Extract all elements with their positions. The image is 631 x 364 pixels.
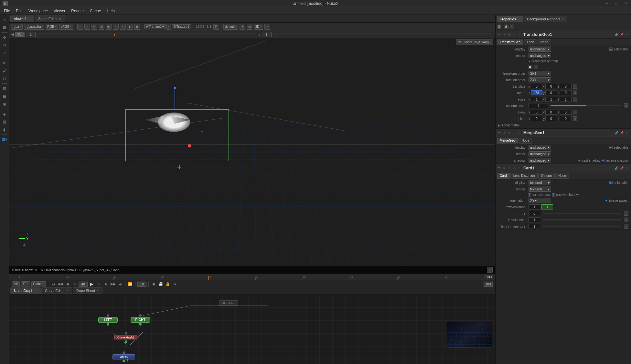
sec-icon-view[interactable]: 👁 [502, 32, 507, 37]
toolbar-mask[interactable]: ◈ [1, 111, 8, 118]
transform-normals-checkbox[interactable]: ■ [528, 60, 531, 63]
node-right-input[interactable] [139, 314, 142, 317]
toolbar-select[interactable]: ⊞ [1, 24, 8, 31]
go-start-btn[interactable]: ⏮ [50, 281, 56, 287]
prev-frame-btn[interactable]: ◁ [71, 281, 77, 287]
ctrl-zoom-out[interactable]: − [113, 24, 119, 30]
orientation-dropdown[interactable]: XY ▾ [529, 198, 551, 203]
viewport[interactable]: ✛ X Y Z [9, 38, 495, 273]
tab-dope-sheet[interactable]: Dope Sheet ✕ [73, 287, 102, 294]
haperture-keyframe-btn[interactable]: ◇ [624, 224, 628, 229]
step-back-btn[interactable]: ◀ [64, 281, 70, 287]
node-blur-body[interactable]: CurveMask1 [114, 335, 137, 340]
play-forward-btn[interactable]: ▶ [89, 281, 95, 287]
view-icon[interactable]: 👁 [240, 24, 245, 30]
transformgeo-close-icon[interactable]: ✕ [625, 32, 629, 37]
menu-cache[interactable]: Cache [87, 8, 104, 14]
bg-renders-tab-close[interactable]: ✕ [561, 17, 564, 21]
subtab-lens-distortion[interactable]: Lens Distortion [510, 173, 538, 179]
tf-dropdown[interactable]: TF ▾ [21, 281, 30, 287]
ctrl-flip-v[interactable]: ↕ [84, 24, 90, 30]
node-blur[interactable]: CurveMask1 [114, 332, 137, 343]
subtab-mergegeo-node[interactable]: Node [519, 138, 532, 144]
z-slider[interactable] [543, 213, 621, 214]
menu-workspace[interactable]: Workspace [26, 8, 50, 14]
uniform-scale-keyframe-btn[interactable]: ◇ [624, 103, 628, 108]
toolbar-scale[interactable]: ⤢ [1, 49, 8, 57]
card-pin-icon[interactable]: 📌 [619, 166, 624, 170]
ctrl-flip-h[interactable]: ↔ [77, 24, 83, 30]
node-left-output[interactable] [107, 323, 109, 326]
toolbar-crop[interactable]: ⊡ [1, 85, 8, 92]
fps-dropdown[interactable]: 24* [12, 281, 20, 287]
minimize-button[interactable]: ─ [602, 0, 612, 7]
skew-keyframe-btn[interactable]: ◇ [573, 110, 577, 114]
rpanel-tab-bg-renders[interactable]: Background Renders ✕ [524, 16, 567, 22]
mergegeo-close-icon[interactable]: ✕ [625, 131, 629, 135]
card-key-icon[interactable]: ◇ [512, 166, 517, 170]
menu-help[interactable]: Help [104, 8, 117, 14]
ctrl-play[interactable]: ▶ [127, 24, 133, 30]
transformgeo-link-icon[interactable]: 🔗 [614, 32, 619, 37]
mergegeo-pin-icon[interactable]: 📌 [619, 131, 624, 135]
default-dropdown[interactable]: default ▾ [223, 24, 238, 30]
uniform-scale-input[interactable] [529, 103, 548, 108]
focal-keyframe-btn[interactable]: ◇ [624, 218, 628, 222]
mergegeo-render-dropdown[interactable]: unchanged ▾ [529, 151, 551, 156]
pivot-y-input[interactable] [545, 116, 557, 121]
tab-viewer1-close[interactable]: ✕ [28, 17, 31, 21]
subtab-look[interactable]: Look [524, 39, 537, 45]
toolbar-rotate[interactable]: ↻ [1, 42, 8, 49]
panel-lock-btn[interactable]: 🔒 [504, 25, 508, 29]
curve-editor-tab-close[interactable]: ✕ [66, 289, 69, 292]
card-receive-shadow-checkbox[interactable]: ■ [552, 193, 555, 197]
lens-haperture-input[interactable] [529, 224, 540, 229]
subtab-card-node[interactable]: Node [555, 173, 569, 179]
toolbar-pen[interactable]: ✏ [1, 59, 8, 67]
mergegeo-key-icon[interactable]: ◇ [512, 131, 517, 135]
transformgeo-pin-icon[interactable]: 📌 [619, 32, 624, 37]
loop-btn[interactable]: 🔁 [127, 281, 133, 287]
mergegeo-arrow-icon[interactable]: ↕ [518, 131, 522, 135]
y-input[interactable] [262, 32, 272, 37]
go-end-btn[interactable]: ⏭ [117, 281, 123, 287]
srgb-dropdown[interactable]: sRGB ▾ [59, 24, 73, 30]
sec-icon-arrow[interactable]: ↕ [518, 32, 522, 37]
node-card-output[interactable] [123, 360, 125, 362]
transform-icon-1[interactable]: 🏠 [528, 65, 532, 69]
transformgeo-collapse-btn[interactable]: ▼ [497, 33, 501, 36]
rgb-dropdown[interactable]: RGB ▾ [46, 24, 58, 30]
image-aspect-checkbox[interactable]: ■ [605, 199, 608, 202]
sec-icon-key[interactable]: ◇ [512, 32, 517, 37]
subtab-deform[interactable]: Deform [538, 173, 555, 179]
tab-scripteditor[interactable]: Script Editor ✕ [35, 16, 65, 22]
mergegeo-link-icon[interactable]: 🔗 [614, 131, 619, 135]
z-input[interactable] [529, 211, 540, 216]
grid-icon[interactable]: ⊞ [247, 24, 252, 30]
tab-node-graph[interactable]: Node Graph ✕ [10, 287, 41, 294]
b-input-btn[interactable]: B Tra...eo1 [172, 24, 191, 29]
rotate-z-input[interactable] [560, 90, 572, 95]
rotate-y-input[interactable] [545, 90, 557, 95]
menu-edit[interactable]: Edit [13, 8, 25, 14]
rpanel-tab-properties[interactable]: Properties ✕ [497, 16, 523, 22]
card-close-icon[interactable]: ✕ [625, 166, 629, 170]
alpha-dropdown[interactable]: rgba.alpha ▾ [24, 24, 44, 30]
transform-order-dropdown[interactable]: SRT ▾ [529, 71, 551, 76]
columns-input[interactable] [541, 204, 553, 209]
card-collapse-btn[interactable]: ▼ [497, 166, 501, 170]
uniform-scale-slider[interactable] [551, 105, 621, 106]
tab-viewer1[interactable]: Viewer1 ✕ [10, 16, 34, 22]
save-btn[interactable]: 💾 [158, 281, 164, 287]
toolbar-eye[interactable]: ◉ [1, 101, 8, 108]
ctrl-pause[interactable]: ⏸ [134, 24, 140, 30]
toolbar-eraser[interactable]: ◻ [1, 75, 8, 82]
proxy-btn[interactable]: P [213, 24, 219, 30]
more-btn[interactable]: ⋯ [264, 24, 270, 30]
node-right-body[interactable]: RIGHT [131, 317, 150, 323]
translate-z-input[interactable] [560, 84, 572, 89]
a-input-btn[interactable]: A Tra...eo1 ▾ [144, 24, 166, 29]
skew-z-input[interactable] [560, 110, 572, 115]
translate-x-input[interactable] [531, 84, 542, 89]
card-cast-shadow-checkbox[interactable]: ■ [528, 193, 531, 197]
